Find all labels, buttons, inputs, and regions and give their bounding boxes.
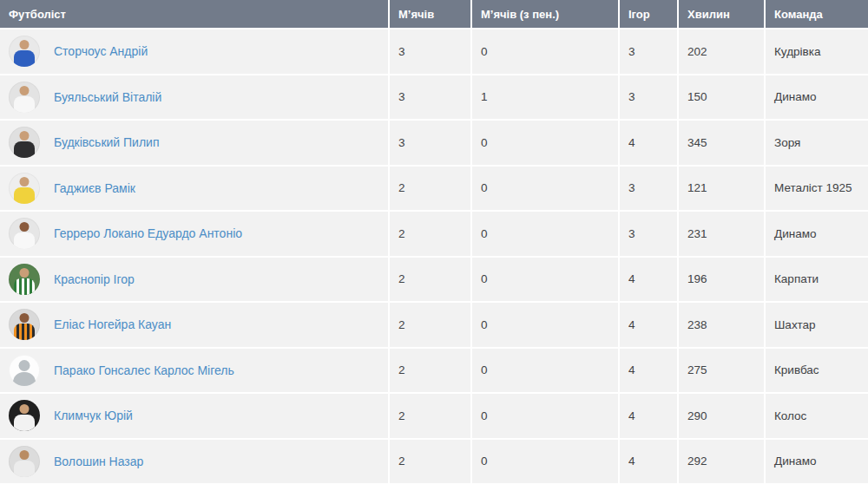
player-avatar bbox=[9, 400, 40, 431]
goals-cell: 2 bbox=[389, 348, 471, 394]
column-header-penalty-goals: М’ячів (з пен.) bbox=[471, 0, 619, 29]
player-name-link[interactable]: Парако Гонсалес Карлос Мігель bbox=[54, 363, 234, 377]
table-header: Футболіст М’ячів М’ячів (з пен.) Ігор Хв… bbox=[0, 0, 868, 29]
games-cell: 4 bbox=[619, 393, 678, 439]
penalty-goals-cell: 0 bbox=[471, 29, 619, 75]
player-avatar bbox=[9, 127, 40, 158]
penalty-goals-cell: 0 bbox=[471, 439, 619, 484]
player-avatar bbox=[9, 446, 40, 477]
column-header-player: Футболіст bbox=[0, 0, 389, 29]
player-cell: Герреро Локано Едуардо Антоніо bbox=[0, 211, 389, 257]
minutes-cell: 292 bbox=[678, 439, 765, 484]
penalty-goals-cell: 0 bbox=[471, 257, 619, 303]
minutes-cell: 121 bbox=[678, 166, 765, 212]
goals-cell: 3 bbox=[389, 75, 471, 121]
goals-cell: 3 bbox=[389, 29, 471, 75]
table-row: Будківський Пилип304345Зоря bbox=[0, 120, 868, 166]
player-name-link[interactable]: Краснопір Ігор bbox=[54, 272, 135, 286]
player-cell: Парако Гонсалес Карлос Мігель bbox=[0, 348, 389, 394]
table-row: Буяльський Віталій313150Динамо bbox=[0, 75, 868, 121]
games-cell: 3 bbox=[619, 75, 678, 121]
team-cell: Динамо bbox=[765, 439, 868, 484]
goals-cell: 2 bbox=[389, 166, 471, 212]
player-cell: Будківський Пилип bbox=[0, 120, 389, 166]
table-row: Волошин Назар204292Динамо bbox=[0, 439, 868, 484]
minutes-cell: 150 bbox=[678, 75, 765, 121]
team-cell: Зоря bbox=[765, 120, 868, 166]
minutes-cell: 345 bbox=[678, 120, 765, 166]
player-name-link[interactable]: Сторчоус Андрій bbox=[54, 44, 148, 58]
goals-cell: 2 bbox=[389, 211, 471, 257]
games-cell: 4 bbox=[619, 257, 678, 303]
team-cell: Кривбас bbox=[765, 348, 868, 394]
table-row: Еліас Ногейра Кауан204238Шахтар bbox=[0, 302, 868, 348]
player-name-link[interactable]: Еліас Ногейра Кауан bbox=[54, 317, 171, 331]
team-cell: Шахтар bbox=[765, 302, 868, 348]
minutes-cell: 290 bbox=[678, 393, 765, 439]
player-name-link[interactable]: Буяльський Віталій bbox=[54, 90, 161, 104]
top-scorers-table: Футболіст М’ячів М’ячів (з пен.) Ігор Хв… bbox=[0, 0, 868, 483]
player-avatar-placeholder-icon bbox=[9, 355, 40, 386]
table-row: Герреро Локано Едуардо Антоніо203231Дина… bbox=[0, 211, 868, 257]
table-row: Краснопір Ігор204196Карпати bbox=[0, 257, 868, 303]
player-avatar bbox=[9, 264, 40, 295]
column-header-team: Команда bbox=[765, 0, 868, 29]
table-row: Сторчоус Андрій303202Кудрівка bbox=[0, 29, 868, 75]
player-name-link[interactable]: Гаджиєв Рамік bbox=[54, 181, 135, 195]
games-cell: 3 bbox=[619, 166, 678, 212]
penalty-goals-cell: 1 bbox=[471, 75, 619, 121]
penalty-goals-cell: 0 bbox=[471, 120, 619, 166]
table-row: Парако Гонсалес Карлос Мігель204275Кривб… bbox=[0, 348, 868, 394]
player-name-link[interactable]: Герреро Локано Едуардо Антоніо bbox=[54, 226, 242, 240]
minutes-cell: 275 bbox=[678, 348, 765, 394]
penalty-goals-cell: 0 bbox=[471, 211, 619, 257]
player-avatar bbox=[9, 218, 40, 249]
player-cell: Волошин Назар bbox=[0, 439, 389, 484]
minutes-cell: 238 bbox=[678, 302, 765, 348]
goals-cell: 2 bbox=[389, 393, 471, 439]
goals-cell: 2 bbox=[389, 257, 471, 303]
player-name-link[interactable]: Волошин Назар bbox=[54, 455, 143, 468]
penalty-goals-cell: 0 bbox=[471, 302, 619, 348]
team-cell: Динамо bbox=[765, 211, 868, 257]
team-cell: Динамо bbox=[765, 75, 868, 121]
column-header-minutes: Хвилин bbox=[678, 0, 765, 29]
player-avatar bbox=[9, 173, 40, 204]
player-cell: Краснопір Ігор bbox=[0, 257, 389, 303]
player-name-link[interactable]: Будківський Пилип bbox=[54, 135, 160, 149]
goals-cell: 2 bbox=[389, 439, 471, 484]
column-header-games: Ігор bbox=[619, 0, 678, 29]
player-avatar bbox=[9, 36, 40, 67]
table-row: Климчук Юрій204290Колос bbox=[0, 393, 868, 439]
player-cell: Климчук Юрій bbox=[0, 393, 389, 439]
goals-cell: 3 bbox=[389, 120, 471, 166]
team-cell: Колос bbox=[765, 393, 868, 439]
games-cell: 4 bbox=[619, 302, 678, 348]
games-cell: 4 bbox=[619, 439, 678, 484]
games-cell: 3 bbox=[619, 29, 678, 75]
minutes-cell: 202 bbox=[678, 29, 765, 75]
team-cell: Металіст 1925 bbox=[765, 166, 868, 212]
player-cell: Еліас Ногейра Кауан bbox=[0, 302, 389, 348]
team-cell: Кудрівка bbox=[765, 29, 868, 75]
games-cell: 4 bbox=[619, 120, 678, 166]
table-row: Гаджиєв Рамік203121Металіст 1925 bbox=[0, 166, 868, 212]
player-cell: Буяльський Віталій bbox=[0, 75, 389, 121]
player-avatar bbox=[9, 309, 40, 340]
penalty-goals-cell: 0 bbox=[471, 166, 619, 212]
games-cell: 4 bbox=[619, 348, 678, 394]
player-avatar bbox=[9, 82, 40, 113]
column-header-goals: М’ячів bbox=[389, 0, 471, 29]
minutes-cell: 231 bbox=[678, 211, 765, 257]
goals-cell: 2 bbox=[389, 302, 471, 348]
penalty-goals-cell: 0 bbox=[471, 348, 619, 394]
table-body: Сторчоус Андрій303202КудрівкаБуяльський … bbox=[0, 29, 868, 483]
player-cell: Сторчоус Андрій bbox=[0, 29, 389, 75]
team-cell: Карпати bbox=[765, 257, 868, 303]
player-cell: Гаджиєв Рамік bbox=[0, 166, 389, 212]
games-cell: 3 bbox=[619, 211, 678, 257]
minutes-cell: 196 bbox=[678, 257, 765, 303]
player-name-link[interactable]: Климчук Юрій bbox=[54, 409, 133, 422]
penalty-goals-cell: 0 bbox=[471, 393, 619, 439]
